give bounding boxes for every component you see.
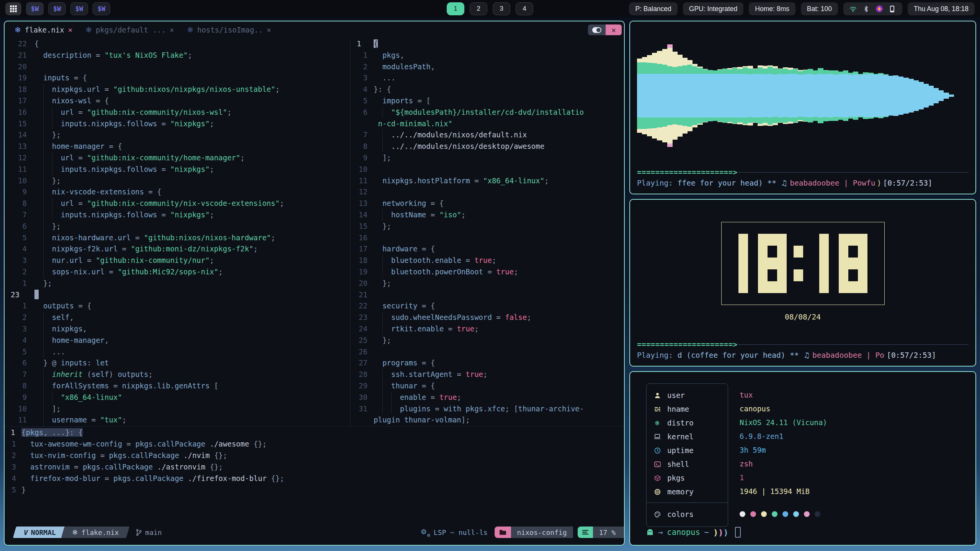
code-line[interactable]: 31 plugins = with pkgs.xfce; [thunar-arc… xyxy=(351,403,624,415)
code-line[interactable]: 5 ... xyxy=(5,346,350,358)
code-line[interactable]: 11 username = "tux"; xyxy=(5,414,350,426)
code-line[interactable]: 29 thunar = { xyxy=(351,380,624,392)
tab-flake-nix[interactable]: ❄ flake.nix × xyxy=(15,25,72,34)
code-line[interactable]: 3 astronvim = pkgs.callPackage ./astronv… xyxy=(5,461,624,473)
code-line[interactable]: 7 inputs.nixpkgs.follows = "nixpkgs"; xyxy=(5,209,350,221)
workspace-button[interactable]: $W xyxy=(70,2,88,15)
code-line[interactable]: 21 description = "tux's NixOS Flake"; xyxy=(5,50,350,61)
code-line[interactable]: 9 nix-vscode-extensions = { xyxy=(5,186,350,198)
code-line[interactable]: 26 xyxy=(351,346,624,358)
code-line[interactable]: 1{ xyxy=(351,38,624,50)
code-line[interactable]: 27 programs = { xyxy=(351,357,624,369)
code-line[interactable]: 5 imports = [ xyxy=(351,95,624,107)
code-line[interactable]: 18 nixpkgs.url = "github:nixos/nixpkgs/n… xyxy=(5,84,350,95)
code-line[interactable]: 4 nixpkgs-f2k.url = "github:moni-dz/nixp… xyxy=(5,243,350,255)
code-line[interactable]: 6 } @ inputs: let xyxy=(5,357,350,369)
command-line[interactable] xyxy=(5,539,624,545)
code-line[interactable]: 8 ../../modules/nixos/desktop/awesome xyxy=(351,141,624,152)
code-line[interactable]: 13 networking = { xyxy=(351,198,624,209)
code-line[interactable]: 23 sudo.wheelNeedsPassword = false; xyxy=(351,312,624,323)
code-line[interactable]: 1 tux-awesome-wm-config = pkgs.callPacka… xyxy=(5,438,624,450)
tab-close-icon[interactable]: × xyxy=(267,26,271,34)
code-line[interactable]: 15 inputs.nixpkgs.follows = "nixpkgs"; xyxy=(5,118,350,130)
tag-button-1[interactable]: 1 xyxy=(447,2,464,15)
code-line[interactable]: 2 modulesPath, xyxy=(351,61,624,73)
tab-hosts-isoimage[interactable]: ❄ hosts/isoImag.. × xyxy=(187,25,271,34)
launcher-button[interactable] xyxy=(5,2,21,15)
git-branch[interactable]: main xyxy=(136,528,162,536)
tab-close-icon[interactable]: × xyxy=(68,26,72,34)
code-line[interactable]: 9 "x86_64-linux" xyxy=(5,392,350,403)
network-icon[interactable] xyxy=(849,5,857,13)
track-progress[interactable]: =====================> xyxy=(637,168,969,177)
code-line[interactable]: 7 inherit (self) outputs; xyxy=(5,369,350,380)
shell-prompt[interactable]: → canopus ~ ))) xyxy=(646,527,964,541)
tab-pkgs-default[interactable]: ❄ pkgs/default ... × xyxy=(85,25,174,34)
bluetooth-icon[interactable] xyxy=(862,5,870,13)
project-name[interactable]: nixos-config xyxy=(511,527,573,538)
code-line[interactable]: 14 }; xyxy=(5,129,350,141)
tab-close-icon[interactable]: × xyxy=(170,26,174,34)
code-line[interactable]: 20 xyxy=(5,61,350,73)
code-line[interactable]: 11 inputs.nixpkgs.follows = "nixpkgs"; xyxy=(5,164,350,175)
code-line[interactable]: 2 sops-nix.url = "github:Mic92/sops-nix"… xyxy=(5,266,350,278)
code-line[interactable]: n-cd-minimal.nix" xyxy=(351,118,624,130)
code-line[interactable]: 25 }; xyxy=(351,335,624,346)
code-line[interactable]: 1{pkgs, ...}: { xyxy=(5,427,624,438)
code-line[interactable]: 12 xyxy=(351,186,624,198)
code-line[interactable]: 23 xyxy=(5,289,350,301)
code-line[interactable]: 10 }; xyxy=(5,175,350,187)
clock-widget[interactable]: Thu Aug 08, 18:18 xyxy=(908,2,975,15)
code-line[interactable]: 10 ]; xyxy=(5,403,350,415)
code-line[interactable]: 22{ xyxy=(5,38,350,50)
code-line[interactable]: 17 nixos-wsl = { xyxy=(5,95,350,107)
code-line[interactable]: 9 ]; xyxy=(351,152,624,164)
code-line[interactable]: 11 nixpkgs.hostPlatform = "x86_64-linux"… xyxy=(351,175,624,187)
code-line[interactable]: 24 rtkit.enable = true; xyxy=(351,323,624,335)
tag-button-4[interactable]: 4 xyxy=(516,2,533,15)
code-line[interactable]: 19 bluetooth.powerOnBoot = true; xyxy=(351,266,624,278)
code-line[interactable]: 8 url = "github:nix-community/nix-vscode… xyxy=(5,198,350,209)
code-line[interactable]: 6 }; xyxy=(5,221,350,232)
tag-button-3[interactable]: 3 xyxy=(493,2,510,15)
workspace-button[interactable]: $W xyxy=(48,2,66,15)
workspace-button[interactable]: $W xyxy=(93,2,110,15)
code-line[interactable]: 20 }; xyxy=(351,278,624,289)
code-line[interactable]: 16 xyxy=(351,232,624,244)
code-line[interactable]: 6 "${modulesPath}/installer/cd-dvd/insta… xyxy=(351,107,624,118)
display-icon[interactable] xyxy=(889,5,896,13)
code-line[interactable]: plugin thunar-volman]; xyxy=(351,414,624,426)
code-line[interactable]: 4 firefox-mod-blur = pkgs.callPackage ./… xyxy=(5,473,624,484)
code-line[interactable]: 3 nixpkgs, xyxy=(5,323,350,335)
code-line[interactable]: 2 tux-nvim-config = pkgs.callPackage ./n… xyxy=(5,450,624,461)
code-line[interactable]: 7 ../../modules/nixos/default.nix xyxy=(351,129,624,141)
code-line[interactable]: 13 home-manager = { xyxy=(5,141,350,152)
code-line[interactable]: 1 }; xyxy=(5,278,350,289)
code-line[interactable]: 28 ssh.startAgent = true; xyxy=(351,369,624,380)
code-line[interactable]: 1 pkgs, xyxy=(351,50,624,61)
track-progress[interactable]: =====================> xyxy=(637,340,969,349)
code-line[interactable]: 3 nur.url = "github:nix-community/nur"; xyxy=(5,255,350,266)
code-line[interactable]: 17 hardware = { xyxy=(351,243,624,255)
code-line[interactable]: 14 hostName = "iso"; xyxy=(351,209,624,221)
code-line[interactable]: 3 ... xyxy=(351,72,624,84)
workspace-button[interactable]: $W xyxy=(26,2,44,15)
code-line[interactable]: 18 bluetooth.enable = true; xyxy=(351,255,624,266)
code-line[interactable]: 1 outputs = { xyxy=(5,300,350,312)
code-line[interactable]: 2 self, xyxy=(5,312,350,323)
code-line[interactable]: 16 url = "github:nix-community/nixos-wsl… xyxy=(5,107,350,118)
window-close-button[interactable]: ✕ xyxy=(606,24,622,35)
code-line[interactable]: 5} xyxy=(5,484,624,496)
code-line[interactable]: 15 }; xyxy=(351,221,624,232)
media-icon[interactable] xyxy=(875,5,883,13)
code-line[interactable]: 8 forAllSystems = nixpkgs.lib.genAttrs [ xyxy=(5,380,350,392)
code-line[interactable]: 4 home-manager, xyxy=(5,335,350,346)
code-line[interactable]: 5 nixos-hardware.url = "github:nixos/nix… xyxy=(5,232,350,244)
code-line[interactable]: 22 security = { xyxy=(351,300,624,312)
code-line[interactable]: 19 inputs = { xyxy=(5,72,350,84)
code-line[interactable]: 12 url = "github:nix-community/home-mana… xyxy=(5,152,350,164)
code-line[interactable]: 30 enable = true; xyxy=(351,392,624,403)
code-line[interactable]: 21 xyxy=(351,289,624,301)
tag-button-2[interactable]: 2 xyxy=(470,2,487,15)
toggle-button[interactable] xyxy=(588,24,606,35)
